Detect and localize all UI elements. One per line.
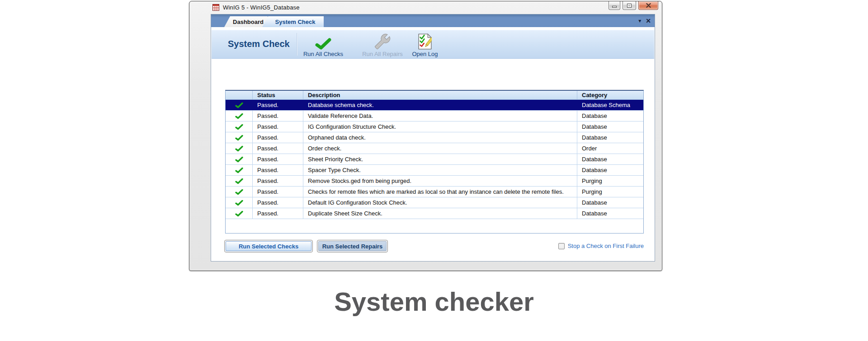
row-description: Database schema check.	[303, 100, 577, 110]
row-description: Checks for remote files which are marked…	[303, 187, 577, 197]
run-all-repairs-label: Run All Repairs	[362, 51, 403, 57]
row-description: Order check.	[303, 143, 577, 154]
caption-text: System checker	[0, 286, 868, 317]
checks-table: Status Description Category Passed. Data…	[225, 90, 644, 234]
header-status[interactable]: Status	[253, 91, 303, 99]
row-category: Order	[577, 143, 643, 154]
row-category: Purging	[577, 176, 643, 186]
row-description: Default IG Configuration Stock Check.	[303, 197, 577, 208]
row-status: Passed.	[253, 111, 303, 121]
row-status: Passed.	[253, 197, 303, 208]
header-description[interactable]: Description	[303, 91, 577, 99]
table-row[interactable]: Passed. Remove Stocks.ged from being pur…	[226, 176, 643, 187]
table-row[interactable]: Passed. Database schema check. Database …	[226, 100, 643, 111]
run-all-repairs-button[interactable]: Run All Repairs	[354, 31, 410, 57]
page-background: WinIG 5 - WinIG5_Database Dashboa	[0, 0, 868, 341]
stop-on-failure-option: Stop a Check on First Failure	[558, 243, 644, 249]
stop-on-failure-label[interactable]: Stop a Check on First Failure	[568, 243, 644, 249]
row-category: Database	[577, 197, 643, 208]
page-title: System Check	[228, 39, 290, 49]
tab-system-check[interactable]: System Check	[262, 16, 324, 27]
row-status: Passed.	[253, 154, 303, 164]
window-title: WinIG 5 - WinIG5_Database	[223, 4, 300, 11]
table-row[interactable]: Passed. Duplicate Sheet Size Check. Data…	[226, 208, 643, 219]
row-status: Passed.	[253, 176, 303, 186]
green-check-icon	[235, 210, 243, 217]
green-check-icon	[235, 113, 243, 119]
row-status: Passed.	[253, 187, 303, 197]
run-selected-repairs-button[interactable]: Run Selected Repairs	[317, 240, 388, 252]
maximize-button[interactable]	[623, 1, 636, 10]
green-check-icon	[235, 124, 243, 130]
table-row[interactable]: Passed. IG Configuration Structure Check…	[226, 121, 643, 132]
row-status-icon-cell	[226, 132, 253, 143]
row-category: Database	[577, 132, 643, 143]
minimize-icon	[612, 6, 617, 8]
header-icon-column[interactable]	[226, 91, 253, 99]
app-icon	[212, 4, 219, 11]
header-category[interactable]: Category	[577, 91, 643, 99]
green-check-icon	[235, 189, 243, 195]
tab-strip: Dashboard System Check ▾ ✕	[211, 14, 655, 27]
row-description: Orphaned data check.	[303, 132, 577, 143]
row-status: Passed.	[253, 132, 303, 143]
run-all-checks-button[interactable]: Run All Checks	[294, 31, 353, 57]
row-description: Spacer Type Check.	[303, 165, 577, 175]
row-description: Remove Stocks.ged from being purged.	[303, 176, 577, 186]
row-description: Validate Reference Data.	[303, 111, 577, 121]
window-controls	[606, 1, 658, 10]
table-empty-area	[226, 219, 643, 233]
system-check-banner: System Check Run All Checks Run All Repa…	[212, 30, 654, 59]
title-bar[interactable]: WinIG 5 - WinIG5_Database	[189, 1, 662, 14]
tab-system-check-label: System Check	[275, 19, 316, 25]
row-category: Database	[577, 208, 643, 219]
table-row[interactable]: Passed. Validate Reference Data. Databas…	[226, 111, 643, 121]
run-selected-checks-label: Run Selected Checks	[226, 241, 311, 251]
green-check-icon	[235, 200, 243, 206]
row-status-icon-cell	[226, 197, 253, 208]
row-status-icon-cell	[226, 208, 253, 219]
stop-on-failure-checkbox[interactable]	[558, 243, 565, 249]
run-selected-repairs-label: Run Selected Repairs	[318, 241, 387, 251]
row-description: Duplicate Sheet Size Check.	[303, 208, 577, 219]
row-status: Passed.	[253, 165, 303, 175]
table-row[interactable]: Passed. Orphaned data check. Database	[226, 132, 643, 143]
close-button[interactable]	[638, 1, 658, 10]
tab-strip-controls: ▾ ✕	[638, 14, 651, 27]
chevron-down-icon[interactable]: ▾	[638, 18, 641, 23]
table-header: Status Description Category	[226, 91, 643, 100]
wrench-icon	[374, 33, 391, 50]
row-status-icon-cell	[226, 121, 253, 132]
table-row[interactable]: Passed. Default IG Configuration Stock C…	[226, 197, 643, 208]
row-status: Passed.	[253, 208, 303, 219]
tab-dashboard[interactable]: Dashboard	[224, 16, 268, 27]
row-status: Passed.	[253, 100, 303, 110]
table-row[interactable]: Passed. Spacer Type Check. Database	[226, 165, 643, 176]
minimize-button[interactable]	[609, 1, 620, 10]
green-check-icon	[315, 38, 331, 50]
maximize-icon	[627, 4, 632, 8]
log-document-icon	[418, 33, 432, 50]
table-row[interactable]: Passed. Checks for remote files which ar…	[226, 187, 643, 197]
open-log-label: Open Log	[412, 51, 438, 57]
green-check-icon	[235, 156, 243, 163]
table-row[interactable]: Passed. Order check. Order	[226, 143, 643, 154]
green-check-icon	[235, 135, 243, 141]
green-check-icon	[235, 145, 243, 152]
row-category: Database	[577, 121, 643, 132]
app-window: WinIG 5 - WinIG5_Database Dashboa	[189, 1, 662, 271]
row-category: Database Schema	[577, 100, 643, 110]
row-status-icon-cell	[226, 143, 253, 154]
green-check-icon	[235, 167, 243, 173]
run-selected-checks-button[interactable]: Run Selected Checks	[224, 240, 313, 252]
row-status-icon-cell	[226, 100, 253, 110]
row-status-icon-cell	[226, 187, 253, 197]
row-status-icon-cell	[226, 165, 253, 175]
row-category: Purging	[577, 187, 643, 197]
open-log-button[interactable]: Open Log	[408, 31, 442, 57]
table-row[interactable]: Passed. Sheet Priority Check. Database	[226, 154, 643, 165]
row-category: Database	[577, 111, 643, 121]
tab-close-icon[interactable]: ✕	[646, 18, 651, 24]
row-status-icon-cell	[226, 176, 253, 186]
row-category: Database	[577, 154, 643, 164]
